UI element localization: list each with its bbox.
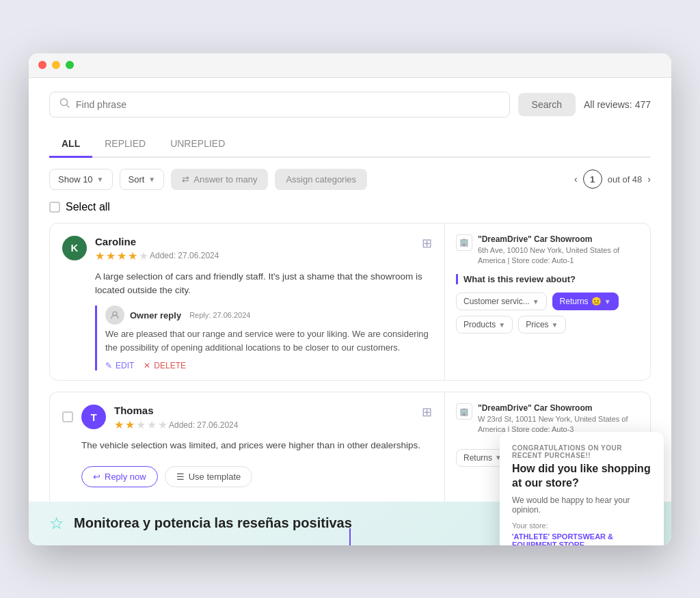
delete-icon: ✕ bbox=[144, 361, 150, 370]
stars-row-1: ★ ★ ★ ★ ★ Added: 27.06.2024 bbox=[95, 249, 414, 262]
owner-reply-text-1: We are pleased that our range and servic… bbox=[105, 327, 432, 354]
reply-now-button[interactable]: ↩ Reply now bbox=[81, 466, 158, 487]
star-2-2: ★ bbox=[125, 418, 135, 431]
answer-many-label: Answer to many bbox=[193, 174, 257, 185]
show-label: Show 10 bbox=[58, 174, 93, 185]
next-page-button[interactable]: › bbox=[647, 174, 651, 185]
search-input[interactable] bbox=[76, 99, 500, 110]
promo-text: Monitorea y potencia las reseñas positiv… bbox=[74, 515, 352, 531]
save-icon-2[interactable]: ⊞ bbox=[422, 405, 432, 420]
popup-congrats: CONGRATULATIONS ON YOUR RECENT PURCHASE!… bbox=[512, 444, 651, 459]
review-card-inner-1: K Caroline ★ ★ ★ ★ ★ Added: 27.06.2024 bbox=[50, 223, 650, 381]
star-1-3: ★ bbox=[117, 249, 126, 262]
answer-many-icon: ⇄ bbox=[182, 174, 189, 185]
category-customer-service[interactable]: Customer servic... ▼ bbox=[456, 293, 547, 310]
current-page: 1 bbox=[583, 169, 602, 189]
sort-select[interactable]: Sort ▼ bbox=[120, 169, 165, 190]
stars-row-2: ★ ★ ★ ★ ★ Added: 27.06.2024 bbox=[114, 418, 414, 431]
popup-subtitle: We would be happy to hear your opinion. bbox=[512, 495, 651, 515]
returns-label-2: Returns bbox=[463, 453, 492, 463]
template-icon: ☰ bbox=[176, 472, 185, 482]
category-products[interactable]: Products ▼ bbox=[456, 316, 513, 334]
store-icon-2: 🏢 bbox=[456, 403, 472, 420]
maximize-btn[interactable] bbox=[66, 61, 74, 69]
star-2-3: ★ bbox=[136, 418, 146, 431]
all-reviews-count: All reviews: 477 bbox=[584, 99, 651, 110]
reply-btn-row-2: ↩ Reply now ☰ Use template bbox=[62, 466, 432, 497]
category-label-products: Products bbox=[463, 320, 496, 329]
store-details-1: "DreamDrive" Car Showroom 6th Ave, 10010… bbox=[478, 234, 639, 267]
select-all-label: Select all bbox=[66, 201, 110, 213]
review-left-1: K Caroline ★ ★ ★ ★ ★ Added: 27.06.2024 bbox=[50, 223, 445, 381]
category-label-customer: Customer servic... bbox=[463, 297, 530, 306]
tabs-row: ALL REPLIED UNREPLIED bbox=[49, 131, 651, 158]
star-2-1: ★ bbox=[114, 418, 124, 431]
delete-reply-button-1[interactable]: ✕ DELETE bbox=[144, 361, 186, 370]
assign-categories-label: Assign categories bbox=[286, 174, 356, 185]
controls-row: Show 10 ▼ Sort ▼ ⇄ Answer to many Assign… bbox=[49, 169, 651, 190]
popup-title: How did you like shopping at our store? bbox=[512, 462, 651, 491]
reviewer-name-2: Thomas bbox=[114, 405, 414, 416]
tab-all[interactable]: ALL bbox=[49, 131, 92, 158]
owner-name-1: Owner reply bbox=[130, 310, 181, 321]
edit-icon: ✎ bbox=[105, 361, 112, 370]
save-icon-1[interactable]: ⊞ bbox=[422, 236, 432, 251]
popup-store-label: Your store: bbox=[512, 521, 651, 530]
reply-arrow-icon: ↩ bbox=[93, 472, 100, 482]
review-date-2: Added: 27.06.2024 bbox=[169, 420, 238, 430]
titlebar bbox=[29, 53, 671, 78]
reply-now-label: Reply now bbox=[105, 472, 146, 482]
show-select[interactable]: Show 10 ▼ bbox=[49, 169, 113, 190]
prev-page-button[interactable]: ‹ bbox=[574, 174, 578, 185]
review-about-title-1: What is this review about? bbox=[456, 274, 639, 284]
search-box[interactable] bbox=[49, 92, 510, 118]
owner-reply-1: Owner reply Reply: 27.06.2024 We are ple… bbox=[95, 305, 432, 370]
arrow-connector bbox=[346, 528, 354, 545]
review-header-2: T Thomas ★ ★ ★ ★ ★ Added: bbox=[81, 405, 432, 433]
store-info-2: 🏢 "DreamDrive" Car Showroom W 23rd St, 1… bbox=[456, 403, 639, 435]
returns-emoji: 😐 bbox=[591, 297, 602, 306]
star-1-4: ★ bbox=[128, 249, 137, 262]
sort-label: Sort bbox=[129, 174, 145, 185]
review-card-2: T Thomas ★ ★ ★ ★ ★ Added: bbox=[49, 392, 651, 507]
review-2-checkbox[interactable] bbox=[62, 411, 73, 422]
store-info-1: 🏢 "DreamDrive" Car Showroom 6th Ave, 100… bbox=[456, 234, 639, 267]
store-icon-1: 🏢 bbox=[456, 234, 472, 251]
review-text-2: The vehicle selection was limited, and p… bbox=[81, 439, 432, 452]
use-template-button[interactable]: ☰ Use template bbox=[165, 466, 253, 487]
category-tags-1: Customer servic... ▼ Returns 😐 ▼ Product… bbox=[456, 293, 639, 334]
tab-unreplied[interactable]: UNREPLIED bbox=[158, 131, 237, 158]
sort-chevron-icon: ▼ bbox=[148, 176, 155, 183]
prices-chevron-icon: ▼ bbox=[552, 321, 558, 329]
reviewer-name-1: Caroline bbox=[95, 236, 414, 247]
select-all-checkbox[interactable] bbox=[49, 202, 60, 213]
popup-card: CONGRATULATIONS ON YOUR RECENT PURCHASE!… bbox=[500, 432, 664, 545]
review-meta-1: Caroline ★ ★ ★ ★ ★ Added: 27.06.2024 bbox=[95, 236, 414, 264]
search-button[interactable]: Search bbox=[518, 93, 576, 116]
category-returns-active[interactable]: Returns 😐 ▼ bbox=[552, 293, 619, 310]
assign-categories-button[interactable]: Assign categories bbox=[275, 169, 367, 190]
owner-reply-header-1: Owner reply Reply: 27.06.2024 bbox=[105, 305, 432, 325]
minimize-btn[interactable] bbox=[52, 61, 60, 69]
tab-replied[interactable]: REPLIED bbox=[92, 131, 158, 158]
category-prices[interactable]: Prices ▼ bbox=[518, 316, 565, 334]
star-1-5: ★ bbox=[139, 249, 148, 262]
search-row: Search All reviews: 477 bbox=[49, 92, 651, 118]
review-header-1: K Caroline ★ ★ ★ ★ ★ Added: 27.06.2024 bbox=[62, 236, 432, 264]
review-card-1: K Caroline ★ ★ ★ ★ ★ Added: 27.06.2024 bbox=[49, 223, 651, 381]
arrow-line bbox=[349, 528, 351, 545]
popup-store-name: 'ATHLETE' SPORTSWEAR & EQUIPMENT STORE bbox=[512, 532, 651, 545]
edit-reply-button-1[interactable]: ✎ EDIT bbox=[105, 361, 134, 370]
answer-many-button[interactable]: ⇄ Answer to many bbox=[171, 169, 268, 190]
category-label-prices: Prices bbox=[526, 320, 548, 329]
close-btn[interactable] bbox=[38, 61, 46, 69]
review-right-1: 🏢 "DreamDrive" Car Showroom 6th Ave, 100… bbox=[445, 223, 650, 381]
category-label-returns: Returns bbox=[560, 297, 589, 306]
main-window: Search All reviews: 477 ALL REPLIED UNRE… bbox=[29, 53, 671, 545]
use-template-label: Use template bbox=[189, 472, 241, 482]
select-all-row: Select all bbox=[49, 201, 651, 213]
search-icon bbox=[59, 98, 70, 111]
star-1-1: ★ bbox=[95, 249, 105, 262]
delete-label-1: DELETE bbox=[154, 361, 186, 370]
review-meta-2: Thomas ★ ★ ★ ★ ★ Added: 27.06.2024 bbox=[114, 405, 414, 433]
